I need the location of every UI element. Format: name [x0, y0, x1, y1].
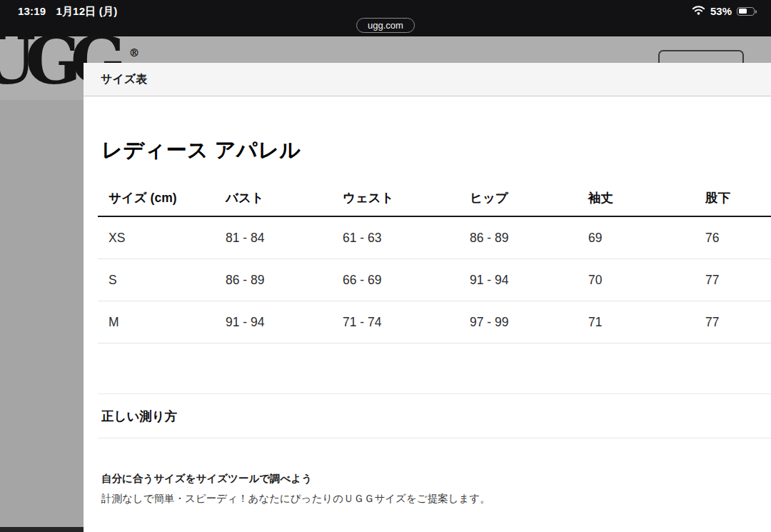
cell-sleeve: 70: [578, 259, 695, 301]
cell-bust: 86 - 89: [215, 259, 332, 301]
cell-inseam: 76: [695, 216, 771, 259]
promo-title: 自分に合うサイズをサイズツールで調べよう: [101, 472, 771, 486]
size-chart-modal: サイズ表 レディース アパレル サイズ (cm) バスト ウェスト ヒップ 袖丈…: [84, 63, 771, 532]
table-row: M 91 - 94 71 - 74 97 - 99 71 77: [98, 301, 771, 343]
promo-body: 計測なしで簡単・スピーディ！あなたにぴったりのＵＧＧサイズをご提案します。: [101, 492, 771, 506]
modal-title: サイズ表: [101, 72, 147, 87]
cell-inseam: 77: [695, 259, 771, 301]
clock: 13:19: [18, 5, 46, 19]
modal-title-bar: サイズ表: [84, 63, 771, 96]
cell-hip: 91 - 94: [459, 259, 578, 301]
col-header-hip: ヒップ: [459, 180, 578, 216]
table-header-row: サイズ (cm) バスト ウェスト ヒップ 袖丈 股下: [98, 180, 771, 216]
col-header-size: サイズ (cm): [98, 180, 215, 216]
modal-body: レディース アパレル サイズ (cm) バスト ウェスト ヒップ 袖丈 股下: [84, 136, 771, 506]
col-header-bust: バスト: [215, 180, 332, 216]
status-bar: 13:19 1月12日 (月) ugg.com 53%: [0, 0, 771, 36]
wifi-icon: [692, 5, 705, 17]
status-left: 13:19 1月12日 (月): [18, 5, 117, 19]
col-header-sleeve: 袖丈: [578, 180, 695, 216]
battery-icon: [737, 7, 755, 16]
col-header-inseam: 股下: [695, 180, 771, 216]
size-tool-promo: 自分に合うサイズをサイズツールで調べよう 計測なしで簡単・スピーディ！あなたにぴ…: [101, 472, 771, 506]
cell-bust: 81 - 84: [215, 216, 332, 259]
size-table: サイズ (cm) バスト ウェスト ヒップ 袖丈 股下 XS 81 - 84 6…: [98, 180, 771, 343]
cell-waist: 66 - 69: [332, 259, 459, 301]
cell-size: S: [98, 259, 215, 301]
cell-size: M: [98, 301, 215, 343]
cell-bust: 91 - 94: [215, 301, 332, 343]
table-row: S 86 - 89 66 - 69 91 - 94 70 77: [98, 259, 771, 301]
section-heading: レディース アパレル: [101, 136, 771, 165]
url-pill[interactable]: ugg.com: [356, 18, 415, 33]
cell-sleeve: 71: [578, 301, 695, 343]
cell-hip: 97 - 99: [459, 301, 578, 343]
measuring-guide-toggle[interactable]: 正しい測り方: [98, 394, 771, 438]
measuring-guide-section: 正しい測り方: [98, 393, 771, 438]
cell-inseam: 77: [695, 301, 771, 343]
cell-hip: 86 - 89: [459, 216, 578, 259]
cell-size: XS: [98, 216, 215, 259]
cell-waist: 61 - 63: [332, 216, 459, 259]
date: 1月12日 (月): [56, 5, 117, 19]
registered-mark-icon: ®: [128, 46, 139, 59]
table-row: XS 81 - 84 61 - 63 86 - 89 69 76: [98, 216, 771, 259]
ipad-screen: 13:19 1月12日 (月) ugg.com 53% UGG® サイズ表: [0, 0, 771, 532]
cell-sleeve: 69: [578, 216, 695, 259]
status-right: 53%: [692, 5, 757, 17]
cell-waist: 71 - 74: [332, 301, 459, 343]
battery-percent: 53%: [710, 5, 732, 17]
col-header-waist: ウェスト: [332, 180, 459, 216]
